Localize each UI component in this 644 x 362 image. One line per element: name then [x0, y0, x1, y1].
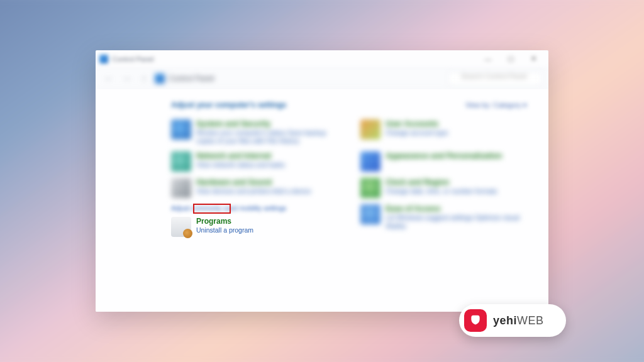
address-bar: ← → ↑ Control Panel Search Control Panel — [96, 68, 548, 89]
category-title: Hardware and Sound — [196, 178, 311, 187]
forward-button[interactable]: → — [119, 72, 133, 85]
shield-icon — [171, 119, 191, 140]
window-titlebar: Control Panel — ▢ ✕ — [96, 50, 548, 68]
category-grid: System and Security Review your computer… — [171, 118, 527, 238]
user-accounts-icon — [360, 119, 380, 140]
category-title: System and Security — [196, 119, 338, 129]
watermark-brand-b: WEB — [517, 314, 544, 327]
breadcrumb-text: Control Panel — [169, 74, 214, 83]
category-sub: Change date, time, or number formats — [386, 187, 497, 195]
globe-icon — [171, 151, 191, 172]
control-panel-icon — [99, 55, 108, 63]
programs-icon — [171, 217, 191, 237]
breadcrumb-icon — [155, 74, 165, 84]
monitor-icon — [360, 151, 380, 172]
watermark-text: yehi WEB — [493, 314, 544, 327]
category-title: Appearance and Personalization — [386, 151, 502, 161]
category-title: Network and Internet — [196, 151, 285, 161]
category-network[interactable]: Network and Internet View network status… — [171, 150, 338, 173]
printer-icon — [171, 178, 191, 198]
category-ease-of-access[interactable]: Ease of Access Let Windows suggest setti… — [360, 203, 527, 238]
watermark-brand-a: yehi — [493, 314, 517, 327]
category-sub: Change account type — [386, 129, 448, 137]
watermark-badge: yehi WEB — [459, 304, 566, 337]
category-appearance[interactable]: Appearance and Personalization — [360, 150, 527, 173]
view-by-selector[interactable]: View by: Category ▾ — [465, 101, 527, 109]
up-button[interactable]: ↑ — [137, 72, 151, 85]
page-heading: Adjust your computer's settings — [171, 101, 287, 109]
ease-of-access-icon — [360, 204, 380, 224]
category-sub: Review your computer's status Save backu… — [196, 129, 338, 145]
back-button[interactable]: ← — [102, 72, 116, 85]
control-panel-window: Control Panel — ▢ ✕ ← → ↑ Control Panel … — [96, 50, 548, 312]
category-sub: View network status and tasks — [196, 161, 285, 169]
category-title: Clock and Region — [386, 178, 497, 187]
category-programs[interactable]: Programs Uninstall a program — [171, 216, 338, 238]
maximize-button[interactable]: ▢ — [499, 52, 522, 66]
breadcrumb[interactable]: Control Panel — [155, 74, 444, 84]
category-title: User Accounts — [386, 119, 448, 129]
window-title: Control Panel — [112, 55, 154, 63]
search-input[interactable]: Search Control Panel — [448, 72, 542, 85]
category-title: Programs — [196, 217, 253, 226]
category-hardware[interactable]: Hardware and Sound View devices and prin… — [171, 177, 338, 199]
category-sub: View devices and printers Add a device — [196, 187, 311, 195]
mobility-settings-link[interactable]: Adjust commonly used mobility settings — [171, 204, 338, 212]
close-button[interactable]: ✕ — [522, 52, 545, 66]
category-system-security[interactable]: System and Security Review your computer… — [171, 118, 338, 146]
category-user-accounts[interactable]: User Accounts Change account type — [360, 118, 527, 146]
category-sub: Let Windows suggest settings Optimize vi… — [386, 214, 527, 230]
clock-icon — [360, 178, 380, 198]
uninstall-program-link[interactable]: Uninstall a program — [196, 226, 253, 234]
category-title: Ease of Access — [386, 204, 527, 214]
content-area: Adjust your computer's settings View by:… — [96, 89, 548, 312]
minimize-button[interactable]: — — [477, 52, 499, 66]
category-clock-region[interactable]: Clock and Region Change date, time, or n… — [360, 177, 527, 199]
watermark-logo-icon — [464, 309, 487, 332]
